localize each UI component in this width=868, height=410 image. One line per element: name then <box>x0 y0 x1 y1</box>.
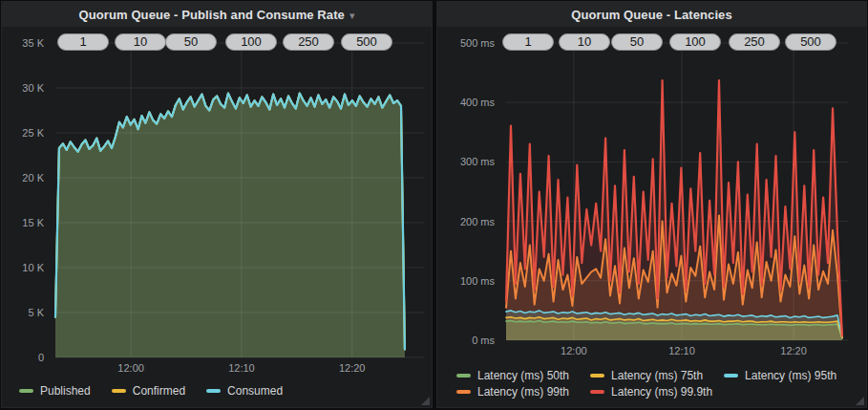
legend-label: Confirmed <box>133 384 185 398</box>
y-tick-label: 0 <box>38 352 44 363</box>
legend-label: Latency (ms) 50th <box>477 369 569 382</box>
y-axis: 35 K30 K25 K20 K15 K10 K5 K0 <box>2 43 48 357</box>
y-tick-label: 15 K <box>22 217 44 228</box>
annotation-pill-10[interactable]: 10 <box>115 33 166 51</box>
y-tick-label: 25 K <box>22 127 44 139</box>
y-tick-label: 30 K <box>22 82 44 94</box>
annotation-pill-1[interactable]: 1 <box>57 33 109 51</box>
x-tick-label: 12:20 <box>339 362 366 374</box>
legend-item-consumed[interactable]: Consumed <box>206 384 283 398</box>
x-tick-label: 12:10 <box>668 345 695 356</box>
x-tick-label: 12:00 <box>561 345 587 356</box>
y-tick-label: 0 ms <box>472 334 495 346</box>
legend-label: Consumed <box>227 384 283 398</box>
annotation-pill-250[interactable]: 250 <box>729 33 780 51</box>
x-tick-label: 12:00 <box>117 362 144 374</box>
legend-item-latency-ms-95th[interactable]: Latency (ms) 95th <box>724 369 836 382</box>
legend-swatch-icon <box>206 389 221 393</box>
panel-latencies: Quorum Queue - Latencies 500 ms400 ms300… <box>436 1 867 408</box>
legend: Latency (ms) 50thLatency (ms) 75thLatenc… <box>456 369 836 399</box>
x-axis: 12:0012:1012:20 <box>506 345 848 360</box>
x-tick-label: 12:10 <box>228 362 255 374</box>
legend-swatch-icon <box>19 389 33 393</box>
y-tick-label: 400 ms <box>460 97 495 108</box>
panel-resize-handle[interactable] <box>856 397 864 405</box>
annotation-pill-500[interactable]: 500 <box>785 33 836 51</box>
annotation-pill-10[interactable]: 10 <box>559 33 610 51</box>
y-tick-label: 35 K <box>22 37 44 49</box>
y-tick-label: 300 ms <box>460 156 495 167</box>
y-tick-label: 200 ms <box>460 216 495 227</box>
x-tick-label: 12:20 <box>780 345 807 356</box>
legend-swatch-icon <box>456 390 471 394</box>
legend-label: Latency (ms) 75th <box>611 369 703 382</box>
legend-label: Latency (ms) 99th <box>477 385 569 399</box>
annotation-pill-100[interactable]: 100 <box>669 33 721 51</box>
y-axis: 500 ms400 ms300 ms200 ms100 ms0 ms <box>437 43 498 340</box>
annotation-pill-50[interactable]: 50 <box>165 33 217 51</box>
y-tick-label: 100 ms <box>460 275 495 287</box>
legend-item-confirmed[interactable]: Confirmed <box>112 384 185 398</box>
legend-swatch-icon <box>590 390 604 394</box>
y-tick-label: 500 ms <box>460 37 495 49</box>
legend-swatch-icon <box>112 389 126 393</box>
legend-label: Published <box>40 384 91 398</box>
legend-item-latency-ms-99-9th[interactable]: Latency (ms) 99.9th <box>590 385 712 399</box>
y-tick-label: 20 K <box>22 172 44 183</box>
latency-chart-plot[interactable]: 11050100250500 <box>506 43 848 340</box>
grafana-dashboard: Quorum Queue - Publish and Consume Rate … <box>0 0 868 410</box>
y-tick-label: 5 K <box>28 307 44 318</box>
annotation-pill-250[interactable]: 250 <box>283 33 334 51</box>
chart-region: 500 ms400 ms300 ms200 ms100 ms0 ms 11050… <box>437 2 866 407</box>
legend-item-published[interactable]: Published <box>19 384 91 398</box>
y-tick-label: 10 K <box>22 262 44 273</box>
annotation-pill-1[interactable]: 1 <box>502 33 554 51</box>
legend-label: Latency (ms) 99.9th <box>611 385 712 399</box>
legend-item-latency-ms-75th[interactable]: Latency (ms) 75th <box>590 369 703 382</box>
legend: PublishedConfirmedConsumed <box>19 384 283 398</box>
rate-chart-plot[interactable]: 11050100250500 <box>55 43 424 357</box>
annotation-pill-50[interactable]: 50 <box>611 33 663 51</box>
legend-label: Latency (ms) 95th <box>745 369 836 382</box>
annotation-pill-500[interactable]: 500 <box>341 33 392 51</box>
legend-item-latency-ms-50th[interactable]: Latency (ms) 50th <box>456 369 569 382</box>
legend-swatch-icon <box>590 374 604 378</box>
panel-resize-handle[interactable] <box>421 397 430 405</box>
panel-publish-consume-rate: Quorum Queue - Publish and Consume Rate … <box>1 1 433 408</box>
annotation-pill-100[interactable]: 100 <box>225 33 277 51</box>
chart-region: 35 K30 K25 K20 K15 K10 K5 K0 11050100250… <box>2 2 432 407</box>
legend-swatch-icon <box>724 374 738 378</box>
x-axis: 12:0012:1012:20 <box>55 362 424 378</box>
legend-swatch-icon <box>456 374 471 378</box>
legend-item-latency-ms-99th[interactable]: Latency (ms) 99th <box>456 385 569 399</box>
